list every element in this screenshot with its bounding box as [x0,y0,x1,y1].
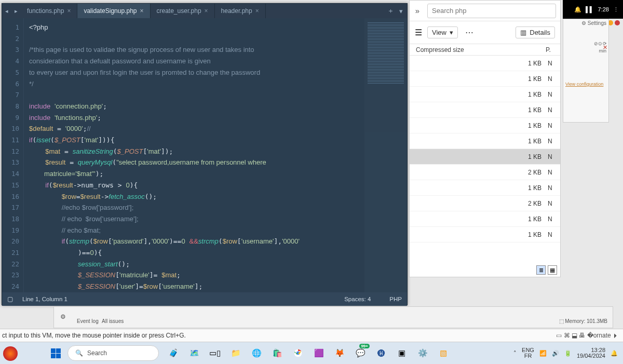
status-spaces[interactable]: Spaces: 4 [344,296,371,302]
terminal-icon[interactable]: ▣ [396,347,408,359]
notifications-icon[interactable]: 🔔 [611,350,618,357]
gear-icon[interactable]: ⚙ [60,313,66,320]
search-icon: 🔍 [75,349,83,357]
app-maps-icon[interactable]: 🗺️ [188,347,200,359]
language-indicator[interactable]: ENGFR [522,347,534,359]
tab-validatesignup[interactable]: validateSignup.php × [77,4,150,18]
table-row[interactable]: 1 KB N [410,71,560,87]
store-icon[interactable]: 🛍️ [271,347,283,359]
line-gutter: 123456789101112131415161718192021222324 [2,18,24,292]
cell-p: N [546,184,560,192]
settings-icon[interactable]: ⚙️ [416,347,429,359]
os-top-strip: 🔔 ▌▌ 7:28 ⋮ [563,0,623,19]
nav-back-icon[interactable]: ◂ [2,4,11,18]
cell-p: N [546,215,560,223]
event-log-tab[interactable]: Event log [77,318,99,324]
tab-close-icon[interactable]: × [255,7,259,15]
col-compressed-size[interactable]: Compressed size [412,46,546,53]
view-mode-toggle: ≣ ▦ [536,265,557,275]
status-square-icon[interactable]: ▢ [7,295,13,303]
hamburger-icon[interactable]: ☰ [415,28,422,37]
table-row[interactable]: 1 KB N [410,56,560,71]
search-input[interactable]: Search php [427,4,556,18]
view-dropdown[interactable]: View ▾ [427,26,458,38]
cell-size: 1 KB [410,122,546,129]
explorer-topbar: » Search php [410,1,560,21]
tab-close-icon[interactable]: × [140,7,144,15]
minimap[interactable] [364,18,407,292]
firefox-icon[interactable]: 🦊 [333,347,346,359]
table-row[interactable]: 1 KB N [410,102,560,118]
details-label: Details [530,29,550,36]
start-button[interactable] [47,344,64,362]
cell-size: 1 KB [410,215,546,223]
status-language[interactable]: PHP [389,296,402,302]
table-row[interactable]: 2 KB N [410,196,560,211]
word-icon[interactable]: 🅦 [375,347,387,359]
cell-size: 2 KB [410,200,546,207]
new-tab-icon[interactable]: ＋ [387,6,394,16]
wifi-icon[interactable]: 📶 [539,350,547,357]
table-row[interactable]: 1 KB N [410,180,560,196]
bell-icon[interactable]: 🔔 [574,6,581,13]
details-view-icon[interactable]: ≣ [536,265,546,275]
taskbar-search[interactable]: 🔍 Search [67,345,159,361]
tab-close-icon[interactable]: × [67,7,71,15]
tab-close-icon[interactable]: × [205,7,208,15]
volume-icon[interactable]: 🔊 [552,350,559,357]
vm-hint-bar: ct input to this VM, move the mouse poin… [0,329,623,342]
windows-logo-icon [51,348,61,358]
table-row[interactable]: 1 KB N [410,149,560,165]
copilot-icon[interactable]: 🟪 [313,347,325,359]
col-p[interactable]: P. [546,46,560,53]
tiles-view-icon[interactable]: ▦ [548,265,557,275]
sublime-icon[interactable]: ▧ [437,347,450,359]
table-row[interactable]: 1 KB N [410,118,560,133]
tab-menu-icon[interactable]: ▾ [399,7,403,15]
edge-icon[interactable]: 🌐 [250,347,263,359]
admin-label: min [599,48,606,53]
chrome-icon[interactable] [292,347,304,359]
table-row[interactable]: 1 KB N [410,211,560,227]
cell-size: 1 KB [410,153,546,160]
news-widget-icon[interactable] [3,346,18,361]
table-row[interactable]: 1 KB N [410,87,560,102]
view-configuration-link[interactable]: View configuration [565,82,603,87]
code-editor-window: ◂ ▸ functions.php × validateSignup.php ×… [2,3,408,305]
app-tray-icon[interactable]: 🧳 [167,347,180,359]
cell-p: N [546,200,560,207]
tab-label: create_user.php [157,7,201,15]
close-icon[interactable] [615,20,620,25]
collapse-icon[interactable]: » [410,6,425,15]
system-tray: ˄ ENGFR 📶 🔊 🔋 13:2819/04/2024 🔔 [513,347,623,359]
all-issues-tab[interactable]: All issues [102,318,124,324]
more-icon[interactable]: ⋯ [463,28,476,37]
table-row[interactable]: 2 KB N [410,165,560,180]
column-headers[interactable]: Compressed size P. [410,44,560,56]
menu-icon[interactable]: ⋮ [613,6,619,13]
table-row[interactable]: 1 KB N [410,133,560,149]
code-area[interactable]: <?php /*this page is used to validae the… [24,18,364,292]
file-explorer-icon[interactable]: 📁 [229,347,242,359]
chevron-down-icon: ▾ [450,29,453,36]
tray-chevron-icon[interactable]: ˄ [513,350,517,357]
table-row[interactable]: 1 KB N [410,227,560,242]
vm-hint-text: ct input to this VM, move the mouse poin… [2,332,186,339]
whatsapp-icon[interactable]: 💬99+ [354,347,367,359]
task-view-icon[interactable]: ▭▯ [209,347,221,359]
tab-functions[interactable]: functions.php × [21,4,77,18]
vm-status-icons[interactable]: ▭ ⌘ ⬓ 🖶 �ornate ⏵ [556,332,619,339]
nav-forward-icon[interactable]: ▸ [11,4,21,18]
battery-icon[interactable]: 🔋 [564,350,572,357]
cell-p: N [546,75,560,83]
tab-header[interactable]: header.php × [215,4,266,18]
tab-label: validateSignup.php [84,7,137,15]
memory-indicator[interactable]: ⬚ Memory: 101.3MB [559,318,607,324]
taskbar-clock[interactable]: 13:2819/04/2024 [577,347,605,359]
status-position[interactable]: Line 1, Column 1 [22,296,67,302]
cell-size: 2 KB [410,169,546,176]
cell-p: N [546,106,560,114]
settings-label[interactable]: ⚙ Settings [581,20,606,26]
tab-create-user[interactable]: create_user.php × [151,4,215,18]
details-button[interactable]: ▥ Details [516,26,555,38]
